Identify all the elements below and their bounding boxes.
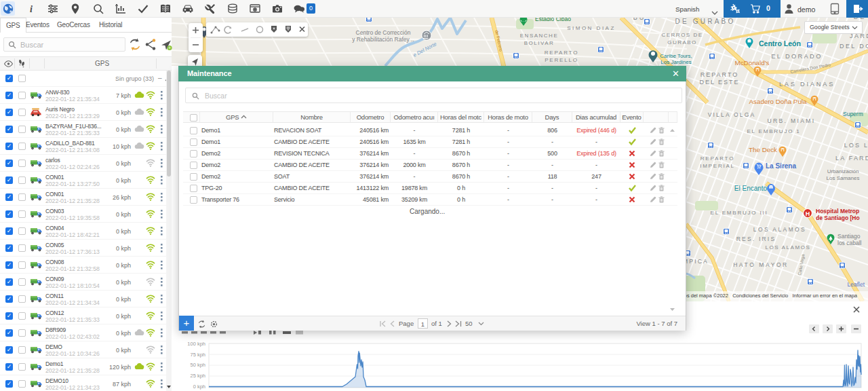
svg-text:REPARTO: REPARTO — [701, 155, 734, 162]
svg-text:IMPERIAL: IMPERIAL — [700, 163, 735, 169]
svg-text:LAS DIANAS: LAS DIANAS — [779, 81, 835, 88]
svg-text:LOS LA: LOS LA — [844, 142, 868, 149]
svg-text:DEL DOR: DEL DOR — [840, 43, 868, 50]
svg-text:El Encanto: El Encanto — [734, 185, 768, 192]
svg-text:Hospital Metrop: Hospital Metrop — [816, 208, 859, 215]
svg-text:VILLA OLGA: VILLA OLGA — [708, 111, 756, 118]
svg-text:Centro de Corrección: Centro de Corrección — [356, 29, 411, 36]
svg-text:0 kph: 0 kph — [193, 384, 205, 390]
svg-text:EL DORADO: EL DORADO — [771, 53, 822, 60]
svg-text:LOS ALAMOS: LOS ALAMOS — [753, 226, 806, 233]
svg-text:ENSANCHE: ENSANCHE — [520, 33, 558, 39]
svg-text:y Rehabilitación Rafey ..: y Rehabilitación Rafey .. — [352, 36, 414, 43]
svg-text:de Santiago [Ho: de Santiago [Ho — [816, 215, 860, 221]
svg-text:Los Samanes: Los Samanes — [827, 175, 860, 181]
svg-text:i: i — [30, 4, 33, 14]
svg-text:100 kph: 100 kph — [187, 341, 205, 347]
svg-text:REPARTO: REPARTO — [545, 50, 578, 56]
svg-text:Santiago: Santiago — [837, 233, 861, 240]
svg-text:REPARTO: REPARTO — [701, 71, 739, 78]
svg-text:itos del mapa ©2022 Condicio: itos del mapa ©2022 Condiciones del Serv… — [682, 293, 858, 299]
svg-text:Los Jardines: Los Jardines — [660, 59, 691, 65]
svg-text:URB. MIAMI: URB. MIAMI — [767, 117, 815, 124]
svg-text:HATO MAYOR: HATO MAYOR — [733, 261, 789, 268]
svg-text:SIMON DIAZ: SIMON DIAZ — [567, 25, 616, 31]
svg-text:Superm: Superm — [843, 111, 863, 117]
svg-text:McDonald's: McDonald's — [735, 59, 770, 67]
svg-text:Urbanización: Urbanización — [827, 168, 859, 174]
svg-text:RES. IRIS: RES. IRIS — [736, 236, 776, 242]
svg-text:Asadero Doña Pula: Asadero Doña Pula — [749, 98, 808, 105]
svg-text:MPICA: MPICA — [683, 258, 709, 265]
svg-text:Leaflet: Leaflet — [847, 281, 865, 288]
svg-text:50 kph: 50 kph — [190, 362, 205, 368]
svg-text:EL EMBRUJO III: EL EMBRUJO III — [711, 210, 768, 216]
svg-text:Caribe Tours,: Caribe Tours, — [660, 53, 692, 59]
svg-text:DE GURABO: DE GURABO — [675, 18, 736, 25]
svg-text:CERROS DE: CERROS DE — [661, 32, 703, 38]
svg-text:EL EMBRUJO 1: EL EMBRUJO 1 — [747, 128, 800, 134]
svg-text:LA FARDIC: LA FARDIC — [835, 155, 868, 162]
svg-text:The Deck: The Deck — [749, 146, 777, 153]
svg-text:LOS ALAMOS: LOS ALAMOS — [765, 244, 810, 250]
svg-text:H: H — [806, 210, 810, 217]
svg-text:+: + — [168, 45, 171, 50]
svg-text:DEL ESTE: DEL ESTE — [699, 79, 739, 86]
svg-text:Estadio Cibao: Estadio Cibao — [535, 18, 571, 22]
svg-text:25 kph: 25 kph — [190, 373, 205, 379]
svg-text:GURABO: GURABO — [667, 39, 697, 45]
svg-text:BOLIVAR: BOLIVAR — [524, 40, 555, 46]
svg-text:75 kph: 75 kph — [190, 352, 205, 358]
svg-text:los caball: los caball — [837, 240, 862, 246]
svg-text:La Sirena: La Sirena — [766, 162, 796, 170]
svg-text:Centro León: Centro León — [759, 39, 801, 48]
svg-text:DE: DE — [854, 18, 867, 20]
svg-text:PERELLO: PERELLO — [545, 57, 578, 63]
